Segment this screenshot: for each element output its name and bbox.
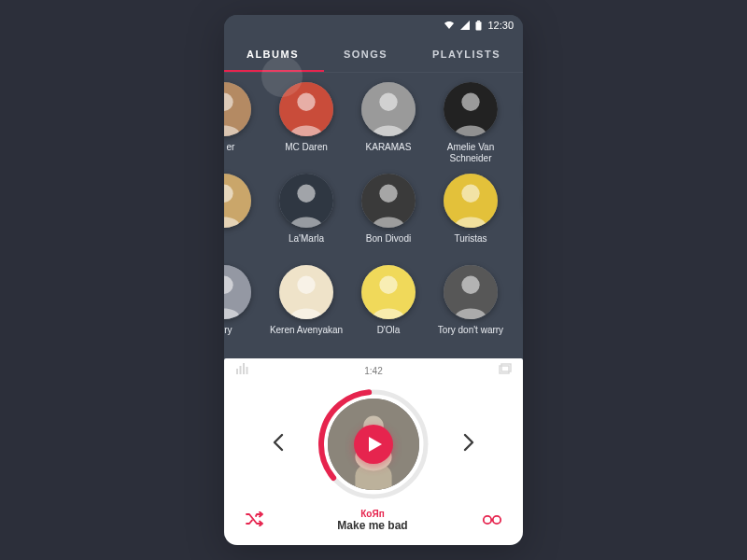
wifi-icon: [444, 21, 455, 30]
svg-point-17: [379, 185, 397, 203]
svg-rect-0: [477, 21, 480, 21]
svg-rect-32: [236, 369, 238, 374]
album-item[interactable]: Bon Divodi: [347, 174, 430, 265]
tab-songs[interactable]: SONGS: [344, 45, 388, 63]
album-item[interactable]: Amelie Van Schneider: [430, 82, 512, 174]
tab-bar: ALBUMS SONGS PLAYLISTS: [224, 35, 523, 73]
svg-point-19: [461, 185, 479, 203]
battery-icon: [475, 21, 482, 31]
tab-playlists[interactable]: PLAYLISTS: [432, 45, 500, 63]
album-label: KARAMAS: [366, 142, 412, 153]
repeat-button[interactable]: [482, 512, 502, 529]
queue-icon[interactable]: [499, 361, 512, 378]
album-item[interactable]: D'Ola: [347, 265, 430, 357]
status-time: 12:30: [487, 20, 514, 31]
album-label: D'Ola: [377, 325, 401, 336]
previous-button[interactable]: [264, 426, 292, 463]
album-label: La'Marla: [289, 233, 324, 245]
album-art: [279, 82, 333, 136]
now-playing-panel: 1:42: [224, 358, 523, 545]
album-label: Turistas: [454, 233, 486, 245]
album-label: Tory don't warry: [438, 325, 503, 336]
albums-grid[interactable]: an er MC Daren KARAMAS Amelie Van Schnei…: [224, 73, 523, 358]
album-item[interactable]: [512, 174, 523, 265]
play-button[interactable]: [354, 425, 393, 464]
svg-point-25: [297, 276, 315, 294]
album-item[interactable]: KARAMAS: [347, 82, 430, 174]
album-item[interactable]: Turistas: [430, 174, 512, 265]
svg-rect-34: [243, 363, 245, 374]
album-art: [361, 265, 416, 319]
equalizer-icon[interactable]: [235, 361, 250, 378]
album-art: [444, 265, 498, 319]
svg-point-7: [379, 93, 397, 111]
album-item[interactable]: [224, 174, 265, 265]
elapsed-time: 1:42: [364, 366, 382, 376]
album-item[interactable]: La'Marla: [265, 174, 347, 265]
svg-point-44: [493, 516, 500, 524]
progress-dial[interactable]: [315, 385, 432, 503]
album-art: [224, 265, 251, 319]
album-art: [361, 174, 416, 228]
album-art: [279, 265, 333, 319]
album-art: [444, 174, 498, 228]
album-item[interactable]: Keren Avenyakan: [265, 265, 347, 357]
album-label: arry: [224, 325, 233, 336]
tab-albums[interactable]: ALBUMS: [247, 45, 299, 63]
shuffle-button[interactable]: [245, 511, 263, 530]
album-label: Keren Avenyakan: [270, 325, 343, 336]
album-art: [224, 174, 251, 228]
svg-point-43: [484, 516, 491, 524]
album-label: MC Daren: [285, 142, 328, 153]
album-label: an er: [224, 142, 234, 153]
track-info: КоЯп Make me bad: [337, 510, 407, 532]
next-button[interactable]: [455, 426, 483, 463]
status-bar: 12:30: [224, 15, 523, 35]
album-item[interactable]: [512, 82, 523, 174]
album-item[interactable]: an er: [224, 82, 265, 174]
svg-point-9: [461, 93, 479, 111]
svg-rect-1: [476, 21, 482, 30]
album-art: [444, 82, 498, 136]
album-art: [279, 174, 333, 228]
song-title: Make me bad: [337, 519, 407, 532]
album-label: Bon Divodi: [366, 233, 411, 245]
svg-rect-33: [240, 366, 242, 374]
artist-name: КоЯп: [337, 510, 407, 519]
album-item[interactable]: Kere: [512, 265, 523, 357]
tab-indicator: [224, 70, 324, 72]
svg-point-27: [379, 276, 397, 294]
signal-icon: [460, 21, 470, 30]
album-item[interactable]: arry: [224, 265, 265, 357]
album-art: [224, 82, 251, 136]
svg-point-15: [297, 185, 315, 203]
svg-point-29: [461, 276, 479, 294]
album-item[interactable]: MC Daren: [265, 82, 347, 174]
phone-frame: 12:30 ALBUMS SONGS PLAYLISTS an er MC Da…: [224, 15, 523, 545]
album-label: Amelie Van Schneider: [433, 142, 508, 163]
svg-point-5: [297, 93, 315, 111]
album-item[interactable]: Tory don't warry: [430, 265, 512, 357]
album-art: [361, 82, 416, 136]
svg-rect-35: [247, 367, 248, 374]
